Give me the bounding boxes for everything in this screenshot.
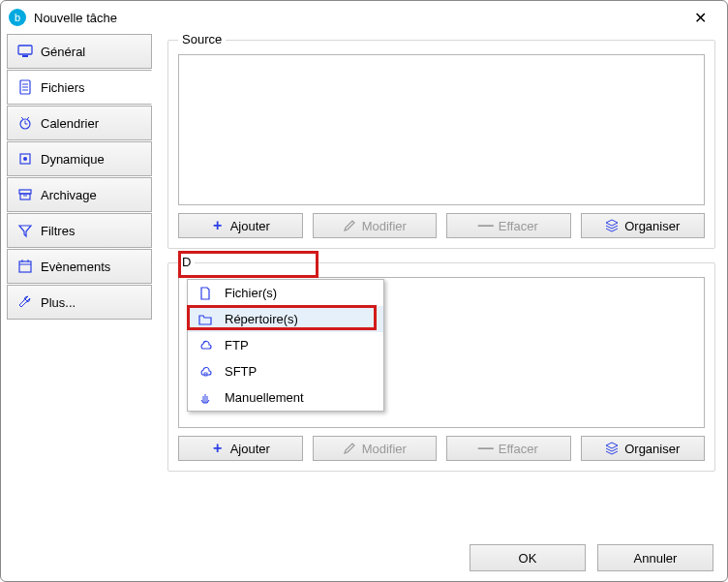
titlebar: b Nouvelle tâche ✕: [1, 1, 727, 34]
group-destination-label: D: [178, 255, 195, 269]
menu-item-ftp[interactable]: FTP: [188, 332, 383, 358]
source-listbox[interactable]: [178, 54, 705, 205]
plus-icon: +: [211, 219, 225, 232]
svg-rect-13: [19, 190, 31, 194]
button-label: Modifier: [362, 442, 407, 456]
group-source: Source + Ajouter Modifier — Effacer: [167, 40, 715, 249]
svg-line-10: [27, 117, 29, 119]
sidebar-item-filtres[interactable]: Filtres: [7, 213, 152, 248]
sidebar-item-label: Filtres: [41, 224, 75, 238]
sidebar-item-dynamique[interactable]: Dynamique: [7, 141, 152, 176]
cancel-button[interactable]: Annuler: [597, 544, 713, 571]
destination-erase-button[interactable]: — Effacer: [446, 436, 571, 461]
sidebar-item-plus[interactable]: Plus...: [7, 285, 152, 320]
menu-item-repertoires[interactable]: Répertoire(s): [188, 306, 383, 332]
box-icon: [17, 187, 33, 202]
svg-point-12: [23, 157, 27, 161]
menu-item-label: Répertoire(s): [225, 312, 298, 326]
destination-add-button[interactable]: + Ajouter: [178, 436, 303, 461]
group-source-label: Source: [178, 32, 226, 46]
source-toolbar: + Ajouter Modifier — Effacer: [178, 213, 705, 238]
file-icon: [197, 286, 213, 301]
button-label: Organiser: [624, 219, 680, 233]
button-label: Ajouter: [230, 442, 270, 456]
sidebar-item-label: Fichiers: [41, 80, 85, 95]
sidebar-item-label: Archivage: [41, 188, 97, 202]
ok-button[interactable]: OK: [470, 544, 586, 571]
destination-organise-button[interactable]: Organiser: [581, 436, 706, 461]
pencil-icon: [343, 219, 356, 232]
menu-item-label: SFTP: [225, 364, 257, 379]
button-label: Ajouter: [230, 219, 270, 233]
sidebar-item-label: Calendrier: [41, 116, 99, 131]
sidebar-item-fichiers[interactable]: Fichiers: [7, 70, 152, 105]
svg-rect-0: [18, 46, 32, 54]
destination-edit-button[interactable]: Modifier: [313, 436, 438, 461]
plus-icon: +: [211, 442, 225, 455]
sidebar-item-label: Plus...: [41, 295, 76, 310]
svg-rect-14: [20, 194, 30, 199]
monitor-icon: [17, 44, 33, 59]
menu-item-label: Manuellement: [225, 390, 304, 405]
menu-item-manuellement[interactable]: Manuellement: [188, 384, 383, 411]
stack-icon: [605, 442, 619, 455]
minus-icon: —: [479, 219, 493, 232]
menu-item-label: FTP: [225, 338, 249, 352]
button-label: Organiser: [624, 442, 680, 456]
button-label: OK: [519, 551, 537, 566]
dialog-footer: OK Annuler: [470, 544, 713, 571]
sidebar-item-label: Général: [41, 45, 85, 59]
sidebar-item-archivage[interactable]: Archivage: [7, 177, 152, 212]
menu-item-label: Fichier(s): [225, 286, 277, 300]
chip-icon: [17, 151, 33, 167]
cloud-icon: [197, 338, 213, 353]
button-label: Effacer: [499, 219, 538, 233]
app-icon: b: [9, 9, 26, 26]
close-button[interactable]: ✕: [681, 9, 719, 27]
sidebar-item-label: Dynamique: [41, 152, 105, 167]
sidebar-item-calendrier[interactable]: Calendrier: [7, 106, 152, 140]
svg-rect-1: [22, 55, 28, 57]
destination-toolbar: + Ajouter Modifier — Effacer: [178, 436, 705, 461]
source-add-button[interactable]: + Ajouter: [178, 213, 303, 238]
button-label: Annuler: [634, 551, 678, 566]
sidebar-item-label: Evènements: [41, 260, 110, 274]
sidebar-item-general[interactable]: Général: [7, 34, 152, 69]
svg-line-9: [21, 117, 23, 119]
source-erase-button[interactable]: — Effacer: [446, 213, 571, 238]
window-title: Nouvelle tâche: [34, 11, 681, 25]
sidebar: Général Fichiers Calendrier Dynamique Ar…: [7, 34, 152, 537]
stack-icon: [605, 219, 619, 232]
menu-item-fichiers[interactable]: Fichier(s): [188, 280, 383, 306]
pencil-icon: [343, 442, 356, 455]
wrench-icon: [17, 294, 33, 310]
calendar-icon: [17, 259, 33, 274]
funnel-icon: [17, 223, 33, 238]
source-edit-button[interactable]: Modifier: [313, 213, 438, 238]
source-organise-button[interactable]: Organiser: [581, 213, 706, 238]
minus-icon: —: [479, 442, 493, 455]
hand-icon: [197, 390, 213, 406]
svg-rect-16: [19, 261, 31, 272]
button-label: Effacer: [499, 442, 538, 456]
add-dropdown-menu: Fichier(s) Répertoire(s) FTP SFTP Manuel…: [187, 279, 384, 412]
folder-icon: [197, 312, 213, 327]
document-icon: [17, 79, 33, 95]
cloud-lock-icon: [197, 364, 213, 380]
button-label: Modifier: [362, 219, 407, 233]
menu-item-sftp[interactable]: SFTP: [188, 358, 383, 384]
sidebar-item-evenements[interactable]: Evènements: [7, 249, 152, 284]
clock-icon: [17, 115, 33, 131]
